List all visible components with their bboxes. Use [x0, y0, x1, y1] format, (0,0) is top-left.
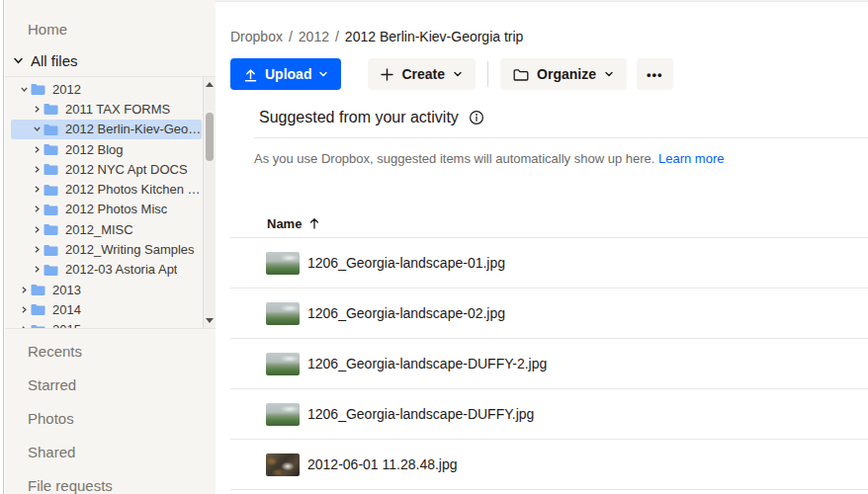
- breadcrumb-link-dropbox[interactable]: Dropbox: [230, 29, 283, 44]
- window-left-edge: [0, 0, 4, 494]
- tree-item-2012-nyc-apt-docs[interactable]: 2012 NYC Apt DOCS: [5, 159, 202, 179]
- tree-item-2012-berlin-kiev-georgia[interactable]: 2012 Berlin-Kiev-Geor...: [11, 120, 202, 139]
- chevron-right-icon[interactable]: [30, 145, 43, 154]
- folder-icon: [43, 223, 58, 235]
- file-thumbnail: [266, 353, 300, 375]
- file-name: 1206_Georgia-landscape-01.jpg: [307, 255, 505, 271]
- chevron-right-icon[interactable]: [17, 305, 31, 314]
- suggested-section: Suggested from your activity As you use …: [254, 109, 868, 166]
- suggested-description: As you use Dropbox, suggested items will…: [254, 151, 868, 166]
- tree-item-2012[interactable]: 2012: [5, 79, 202, 99]
- learn-more-link[interactable]: Learn more: [658, 151, 724, 166]
- file-name: 2012-06-01 11.28.48.jpg: [307, 456, 458, 472]
- sidebar-item-recents[interactable]: Recents: [28, 334, 216, 368]
- folder-icon: [43, 204, 58, 215]
- more-actions-button[interactable]: •••: [637, 58, 673, 90]
- tree-item-2012-03-astoria-apt[interactable]: 2012-03 Astoria Apt: [5, 260, 202, 280]
- sidebar-item-file-requests[interactable]: File requests: [28, 468, 216, 494]
- name-column-header[interactable]: Name: [230, 209, 868, 238]
- plus-icon: [381, 68, 393, 81]
- folder-icon: [43, 124, 58, 135]
- folder-icon: [43, 184, 58, 196]
- sort-ascending-arrow-icon: [309, 217, 319, 229]
- sidebar-item-all-files[interactable]: All files: [13, 52, 78, 69]
- suggested-title: Suggested from your activity: [259, 109, 459, 126]
- file-thumbnail: [266, 403, 300, 426]
- tree-item-2012-blog[interactable]: 2012 Blog: [5, 139, 202, 159]
- scroll-up-arrow-icon[interactable]: [206, 82, 214, 87]
- chevron-right-icon[interactable]: [30, 265, 43, 274]
- info-icon[interactable]: [469, 110, 484, 125]
- tree-item-2012-photos-misc[interactable]: 2012 Photos Misc: [5, 200, 202, 219]
- breadcrumb-separator: /: [335, 29, 339, 44]
- folder-icon: [31, 83, 45, 95]
- main-content: Dropbox/2012/2012 Berlin-Kiev-Georgia tr…: [216, 0, 868, 494]
- breadcrumb-separator: /: [289, 29, 293, 44]
- folder-icon: [43, 244, 58, 256]
- file-name: 1206_Georgia-landscape-DUFFY.jpg: [307, 406, 534, 422]
- tree-item-2011-tax-forms[interactable]: 2011 TAX FORMS: [5, 99, 202, 119]
- file-row[interactable]: 1206_Georgia-landscape-DUFFY-2.jpg: [230, 339, 868, 389]
- sidebar-item-label: All files: [31, 52, 78, 69]
- organize-button[interactable]: Organize: [500, 58, 627, 90]
- chevron-down-icon: [453, 69, 463, 79]
- sidebar-item-home[interactable]: Home: [28, 21, 67, 38]
- sidebar: Home All files 2012 2011 TAX FORMS 2012 …: [5, 0, 216, 494]
- chevron-right-icon[interactable]: [30, 185, 43, 194]
- chevron-down-icon[interactable]: [17, 85, 31, 94]
- file-table: Name 1206_Georgia-landscape-01.jpg 1206_…: [230, 209, 868, 490]
- tree-item-2014[interactable]: 2014: [5, 299, 202, 319]
- chevron-right-icon[interactable]: [17, 325, 31, 329]
- upload-button[interactable]: Upload: [230, 58, 341, 90]
- tree-scrollbar[interactable]: [203, 77, 216, 328]
- breadcrumb-current-folder: 2012 Berlin-Kiev-Georgia trip: [345, 29, 524, 44]
- chevron-down-icon: [13, 55, 24, 66]
- chevron-down-icon: [604, 69, 614, 79]
- file-row[interactable]: 1206_Georgia-landscape-01.jpg: [230, 238, 868, 288]
- folder-icon: [31, 324, 45, 329]
- tree-item-2015[interactable]: 2015: [5, 320, 202, 329]
- scrollbar-thumb[interactable]: [206, 113, 214, 161]
- breadcrumb: Dropbox/2012/2012 Berlin-Kiev-Georgia tr…: [230, 29, 523, 44]
- divider: [254, 137, 868, 138]
- file-thumbnail: [266, 252, 300, 275]
- sidebar-bottom-nav: Recents Starred Photos Shared File reque…: [28, 334, 216, 494]
- sidebar-item-photos[interactable]: Photos: [28, 401, 216, 435]
- folder-outline-icon: [513, 68, 529, 81]
- file-thumbnail: [266, 302, 300, 325]
- chevron-right-icon[interactable]: [30, 205, 43, 213]
- chevron-right-icon[interactable]: [30, 225, 43, 234]
- file-name: 1206_Georgia-landscape-02.jpg: [307, 305, 505, 321]
- breadcrumb-link-2012[interactable]: 2012: [299, 29, 329, 44]
- tree-item-2012-photos-kitchen[interactable]: 2012 Photos Kitchen M...: [5, 179, 202, 199]
- folder-icon: [43, 163, 58, 175]
- folder-tree: 2012 2011 TAX FORMS 2012 Berlin-Kiev-Geo…: [5, 76, 216, 329]
- scroll-down-arrow-icon[interactable]: [206, 318, 214, 323]
- chevron-right-icon[interactable]: [30, 105, 43, 114]
- chevron-right-icon[interactable]: [30, 245, 43, 254]
- tree-item-2013[interactable]: 2013: [5, 280, 202, 299]
- sidebar-item-starred[interactable]: Starred: [28, 368, 216, 401]
- folder-icon: [43, 143, 58, 155]
- chevron-right-icon[interactable]: [30, 165, 43, 174]
- upload-icon: [243, 67, 258, 82]
- file-thumbnail: [266, 453, 300, 476]
- chevron-right-icon[interactable]: [17, 286, 31, 294]
- sidebar-item-shared[interactable]: Shared: [28, 435, 216, 468]
- toolbar-divider: [487, 61, 488, 87]
- tree-item-2012-writing-samples[interactable]: 2012_Writing Samples: [5, 239, 202, 259]
- folder-icon: [43, 264, 58, 276]
- toolbar: Upload Create Organize •••: [230, 58, 673, 90]
- file-row[interactable]: 2012-06-01 11.28.48.jpg: [230, 440, 868, 490]
- tree-item-2012-misc[interactable]: 2012_MISC: [5, 219, 202, 239]
- file-row[interactable]: 1206_Georgia-landscape-02.jpg: [230, 288, 868, 339]
- folder-icon: [43, 103, 58, 115]
- file-name: 1206_Georgia-landscape-DUFFY-2.jpg: [307, 356, 547, 371]
- chevron-down-icon[interactable]: [30, 124, 43, 133]
- top-edge-strip: [216, 0, 868, 2]
- file-row[interactable]: 1206_Georgia-landscape-DUFFY.jpg: [230, 389, 868, 440]
- folder-icon: [31, 284, 45, 295]
- chevron-down-icon: [318, 69, 328, 79]
- folder-icon: [31, 303, 45, 315]
- create-button[interactable]: Create: [368, 58, 476, 90]
